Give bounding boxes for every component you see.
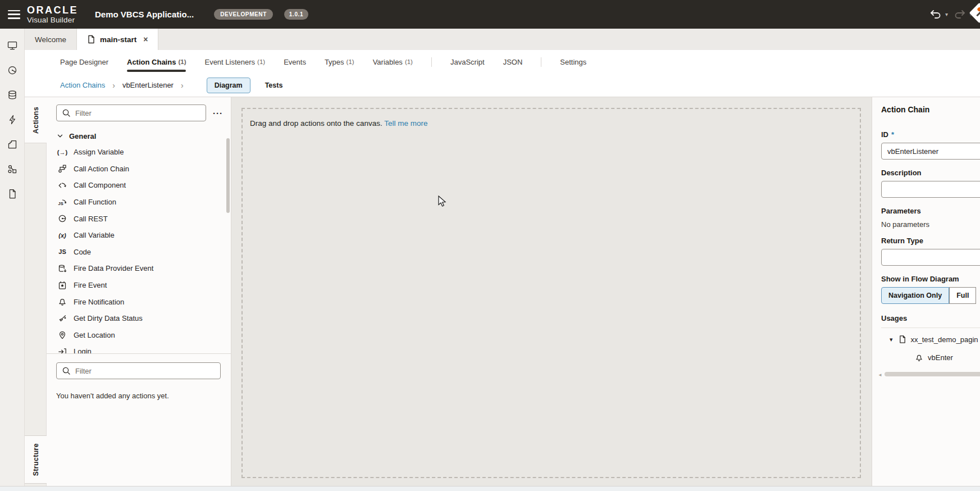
- return-type-field[interactable]: [881, 249, 980, 266]
- action-item-get-dirty-data-status[interactable]: Get Dirty Data Status: [56, 310, 231, 327]
- action-item-call-rest[interactable]: Call REST: [56, 210, 231, 227]
- canvas-hint: Drag and drop actions onto the canvas. T…: [250, 119, 427, 128]
- undo-button[interactable]: [929, 9, 942, 20]
- nav-tab-event-listeners[interactable]: Event Listeners(1): [204, 50, 265, 74]
- general-group-header[interactable]: General: [56, 128, 231, 144]
- mouse-cursor: [437, 196, 448, 208]
- redo-button[interactable]: [954, 9, 966, 20]
- nav-tab-variables[interactable]: Variables(1): [373, 50, 413, 74]
- palette-filter-bar: ···: [47, 97, 231, 126]
- oracle-diamond-icon[interactable]: [969, 3, 980, 24]
- diagram-canvas[interactable]: Drag and drop actions onto the canvas. T…: [231, 97, 872, 486]
- list-scrollbar-thumb[interactable]: [226, 138, 230, 213]
- call-rest-icon: [56, 214, 69, 223]
- left-icon-rail: [0, 29, 25, 486]
- nav-tab-settings[interactable]: Settings: [560, 50, 586, 74]
- actions-side-tab[interactable]: Actions: [25, 97, 47, 143]
- nav-tab-page-designer[interactable]: Page Designer: [60, 50, 108, 74]
- environment-badge: DEVELOPMENT: [214, 9, 273, 20]
- flow-option-full[interactable]: Full: [949, 287, 976, 304]
- inspector-horizontal-scrollbar[interactable]: ◄: [881, 371, 980, 377]
- description-field[interactable]: [881, 181, 980, 198]
- nav-tab-json[interactable]: JSON: [503, 50, 523, 74]
- chevron-right-icon: ›: [181, 81, 184, 90]
- inspector-scrollbar-thumb[interactable]: [885, 372, 980, 376]
- web-apps-icon[interactable]: [3, 37, 21, 54]
- tell-me-more-link[interactable]: Tell me more: [384, 119, 427, 128]
- action-item-code[interactable]: JS Code: [56, 244, 231, 261]
- page-file-icon: [899, 335, 906, 344]
- palette-filter-input[interactable]: [75, 109, 200, 117]
- action-item-assign-variable[interactable]: (→) Assign Variable: [56, 144, 231, 161]
- components-icon[interactable]: [3, 135, 21, 153]
- usage-page-row[interactable]: ▾ xx_test_demo_pagin: [890, 335, 980, 344]
- action-item-call-function[interactable]: JS Call Function: [56, 194, 231, 211]
- usages-label: Usages: [881, 314, 980, 322]
- nav-tab-action-chains[interactable]: Action Chains(1): [127, 50, 186, 74]
- canvas-drop-zone[interactable]: [241, 108, 861, 478]
- id-field[interactable]: [881, 143, 980, 160]
- app-header: ORACLE Visual Builder Demo VBCS Applicat…: [0, 0, 980, 29]
- side-tab-strip: Actions Structure: [25, 97, 47, 486]
- view-switch-diagram[interactable]: Diagram: [207, 78, 250, 93]
- added-actions-filter-box[interactable]: [56, 362, 221, 379]
- workarea: Welcome main-start × Page Designer Actio…: [0, 29, 980, 486]
- svg-text:JS: JS: [58, 201, 63, 206]
- code-icon: JS: [56, 248, 69, 255]
- action-item-fire-notification[interactable]: Fire Notification: [56, 293, 231, 310]
- tab-welcome[interactable]: Welcome: [25, 29, 77, 50]
- view-switch-tests[interactable]: Tests: [257, 78, 291, 93]
- palette-overflow-menu-icon[interactable]: ···: [213, 108, 223, 118]
- structure-side-tab[interactable]: Structure: [25, 435, 47, 484]
- services-icon[interactable]: [3, 61, 21, 79]
- flow-diagram-label: Show in Flow Diagram: [881, 275, 980, 283]
- nav-tab-types[interactable]: Types(1): [325, 50, 354, 74]
- hamburger-menu-icon[interactable]: [8, 10, 20, 19]
- usage-event-row[interactable]: vbEnter: [915, 353, 980, 362]
- chevron-down-icon: [56, 132, 64, 140]
- action-item-get-location[interactable]: Get Location: [56, 327, 231, 344]
- action-item-fire-data-provider-event[interactable]: Fire Data Provider Event: [56, 260, 231, 277]
- actions-list: General (→) Assign Variable Call Action …: [47, 126, 231, 353]
- undo-history-caret-icon[interactable]: ▾: [945, 11, 948, 17]
- action-item-call-action-chain[interactable]: Call Action Chain: [56, 161, 231, 178]
- nav-tab-javascript[interactable]: JavaScript: [450, 50, 485, 74]
- added-actions-filter-input[interactable]: [75, 367, 215, 375]
- no-actions-message: You haven't added any actions yet.: [56, 392, 221, 400]
- visual-builder-window: ORACLE Visual Builder Demo VBCS Applicat…: [0, 0, 980, 491]
- description-label: Description: [881, 169, 980, 177]
- content-row: Actions Structure ···: [25, 97, 980, 486]
- oracle-logo-product: Visual Builder: [27, 16, 78, 24]
- breadcrumb-current: vbEnterListener: [122, 81, 174, 89]
- flow-option-navigation-only[interactable]: Navigation Only: [881, 287, 949, 304]
- action-item-fire-event[interactable]: Fire Event: [56, 277, 231, 294]
- palette-filter-box[interactable]: [56, 104, 206, 121]
- window-horizontal-scrollbar[interactable]: [0, 486, 980, 491]
- required-marker: *: [891, 130, 894, 139]
- search-icon: [62, 108, 71, 117]
- fire-data-provider-event-icon: [56, 264, 69, 273]
- action-item-login[interactable]: Login: [56, 343, 231, 353]
- source-icon[interactable]: [3, 185, 21, 203]
- document-tab-bar: Welcome main-start ×: [25, 29, 980, 50]
- tree-expand-caret-icon[interactable]: ▾: [890, 336, 893, 343]
- call-function-icon: JS: [56, 198, 69, 207]
- scroll-left-arrow-icon[interactable]: ◄: [878, 372, 882, 378]
- nav-tab-events[interactable]: Events: [284, 50, 306, 74]
- dependencies-icon[interactable]: [3, 160, 21, 178]
- event-bell-icon: [915, 353, 923, 362]
- actions-side-tab-label: Actions: [32, 107, 40, 134]
- id-label: ID*: [881, 130, 980, 139]
- processes-icon[interactable]: [3, 111, 21, 129]
- artifact-nav: Page Designer Action Chains(1) Event Lis…: [25, 50, 980, 74]
- tab-main-start[interactable]: main-start ×: [77, 29, 158, 50]
- close-tab-icon[interactable]: ×: [143, 35, 148, 43]
- call-action-chain-icon: [56, 164, 69, 173]
- action-item-call-variable[interactable]: (x) Call Variable: [56, 227, 231, 244]
- action-item-call-component[interactable]: Call Component: [56, 177, 231, 194]
- business-objects-icon[interactable]: [3, 86, 21, 104]
- added-actions-section: You haven't added any actions yet.: [47, 353, 231, 408]
- call-component-icon: [56, 181, 69, 190]
- app-title[interactable]: Demo VBCS Applicatio...: [95, 10, 194, 19]
- breadcrumb-action-chains-link[interactable]: Action Chains: [60, 81, 105, 89]
